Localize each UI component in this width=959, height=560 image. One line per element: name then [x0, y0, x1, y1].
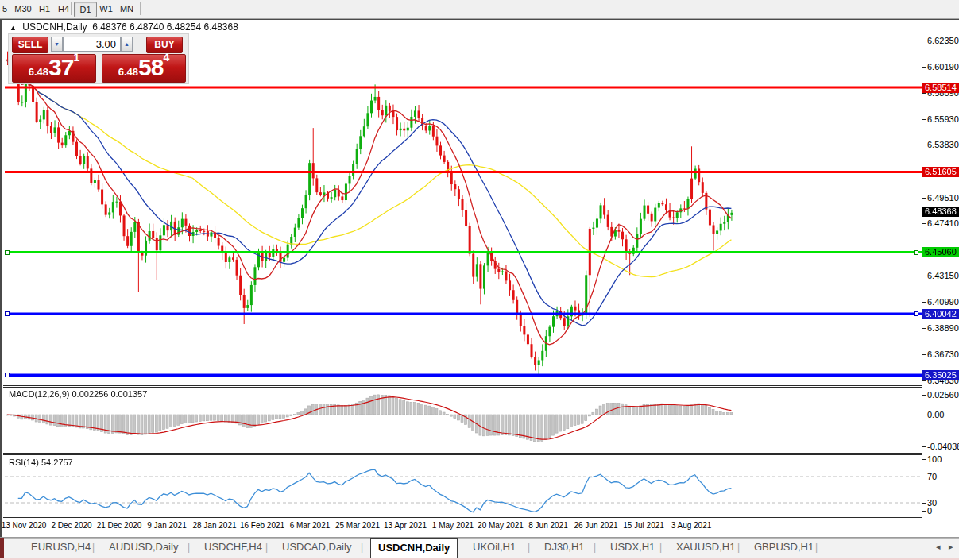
macd-tick-dash — [922, 395, 926, 396]
price-tick-label: 6.43150 — [927, 271, 959, 280]
price-tick-label: 6.40990 — [927, 297, 959, 307]
sell-price-sup: 1 — [73, 51, 79, 64]
price-badge-6.45060: 6.45060 — [922, 247, 959, 257]
toolbar-separator — [140, 2, 141, 15]
one-click-trade-panel: SELL ▼ ▲ BUY 6.48371 6.48584 — [8, 33, 189, 84]
price-tick-label: 6.38890 — [927, 323, 959, 333]
date-label: 6 Mar 2021 — [290, 521, 331, 530]
price-tick-dash — [922, 380, 926, 381]
macd-label: MACD(12,26,9) 0.002256 0.001357 — [9, 389, 147, 399]
date-label: 26 Jun 2021 — [574, 521, 617, 530]
buy-price-big: 58 — [138, 54, 163, 80]
pane-separator — [3, 454, 922, 455]
price-tick-label: 6.55930 — [927, 114, 959, 124]
date-label: 16 Feb 2021 — [240, 521, 284, 530]
chart-title: ▲ USDCNH,Daily 6.48376 6.48740 6.48254 6… — [10, 21, 238, 33]
price-tick-label: 6.49510 — [927, 193, 959, 203]
tab-ukoil-h1[interactable]: UKOil,H1 — [466, 538, 523, 557]
price-tick-label: 6.60190 — [927, 62, 959, 71]
price-tick-label: 6.62350 — [927, 36, 959, 45]
tab-usdchf-h4[interactable]: USDCHF,H4 — [197, 538, 269, 557]
date-label: 8 Jun 2021 — [528, 521, 568, 530]
price-badge-6.40042: 6.40042 — [922, 309, 959, 319]
volume-input[interactable] — [63, 37, 121, 52]
macd-value-main: 0.002256 — [72, 389, 108, 399]
date-label: 28 Jan 2021 — [192, 521, 236, 530]
timeframe-button-d1[interactable]: D1 — [74, 2, 97, 17]
timeframe-button-m30[interactable]: M30 — [11, 2, 35, 16]
tab-dj30-h1[interactable]: DJ30,H1 — [537, 538, 592, 557]
price-badge-6.48368: 6.48368 — [922, 207, 959, 217]
tab-separator: | — [815, 538, 818, 557]
tab-scroll-right-icon[interactable]: ▸ — [949, 542, 953, 552]
price-badge-6.58514: 6.58514 — [922, 83, 959, 93]
hline-handle[interactable] — [914, 250, 918, 255]
price-tick-dash — [922, 198, 926, 199]
date-label: 3 Aug 2021 — [671, 521, 712, 530]
tab-separator: | — [528, 538, 530, 557]
date-label: 1 May 2021 — [432, 521, 474, 530]
tab-xauusd-h1[interactable]: XAUUSD,H1 — [669, 538, 742, 557]
timeframe-button-mn[interactable]: MN — [116, 2, 137, 16]
price-tick-dash — [922, 223, 926, 224]
timeframe-button-h1[interactable]: H1 — [35, 2, 54, 16]
date-label: 25 Mar 2021 — [335, 521, 380, 530]
tab-usdcnh-daily[interactable]: USDCNH,Daily — [370, 538, 458, 558]
price-badge-6.51605: 6.51605 — [922, 167, 959, 177]
hline-handle[interactable] — [5, 250, 10, 255]
price-tick-dash — [922, 145, 926, 145]
rsi-tick-dash — [922, 503, 926, 504]
price-tick-label: 6.36730 — [927, 350, 959, 359]
tab-usdx-h1[interactable]: USDX,H1 — [603, 538, 662, 557]
rsi-tick-dash — [922, 459, 926, 460]
price-tick-dash — [922, 328, 926, 329]
price-tick-label: 6.53830 — [927, 140, 959, 149]
volume-increase-button[interactable]: ▲ — [121, 37, 133, 52]
trading-platform-screen: ▲ USDCNH,Daily 6.48376 6.48740 6.48254 6… — [0, 0, 959, 560]
tab-gbpusd-h1[interactable]: GBPUSD,H1 — [747, 538, 821, 557]
date-label: 2 Dec 2020 — [51, 521, 91, 530]
sell-button[interactable]: SELL — [12, 37, 48, 53]
timeframe-button-5[interactable]: 5 — [1, 2, 9, 16]
rsi-tick-dash — [922, 511, 926, 512]
tab-separator: | — [92, 538, 95, 557]
tab-scroll-left-icon[interactable]: ◂ — [936, 542, 941, 552]
rsi-chart-canvas[interactable] — [5, 455, 922, 516]
date-label: 20 May 2021 — [478, 521, 524, 530]
rsi-tick-label: 100 — [927, 454, 942, 464]
hline-handle[interactable] — [5, 373, 10, 377]
tab-separator: | — [188, 538, 190, 557]
sell-price-prefix: 6.48 — [29, 66, 48, 78]
timeframe-toolbar — [0, 0, 959, 19]
tab-usdcad-daily[interactable]: USDCAD,Daily — [275, 538, 358, 557]
chart-high: 6.48740 — [130, 21, 164, 33]
price-tick-dash — [922, 67, 926, 68]
rsi-value: 54.2757 — [41, 458, 73, 467]
hline-handle[interactable] — [5, 311, 10, 316]
toolbar-separator — [71, 2, 72, 15]
chart-symbol: USDCNH,Daily — [22, 21, 87, 33]
rsi-tick-label: 70 — [927, 472, 937, 481]
chart-open: 6.48376 — [92, 21, 126, 33]
timeframe-button-w1[interactable]: W1 — [96, 2, 116, 16]
pane-separator[interactable] — [3, 453, 922, 454]
volume-decrease-button[interactable]: ▼ — [51, 37, 63, 52]
sell-price-button[interactable]: 6.48371 — [12, 54, 96, 83]
rsi-label: RSI(14) 54.2757 — [9, 458, 73, 467]
rsi-tick-label: 0 — [927, 506, 932, 516]
price-tick-label: 6.47410 — [927, 218, 959, 228]
macd-tick-label: -0.04038 — [927, 442, 959, 451]
pane-separator — [3, 387, 922, 388]
pane-separator[interactable] — [3, 385, 922, 386]
price-axis-line — [922, 20, 922, 518]
buy-price-sup: 4 — [163, 51, 169, 64]
tab-separator: | — [594, 538, 596, 557]
tab-audusd-daily[interactable]: AUDUSD,Daily — [102, 538, 185, 557]
date-label: 9 Jan 2021 — [147, 521, 187, 530]
buy-price-button[interactable]: 6.48584 — [102, 54, 186, 83]
macd-value-signal: 0.001357 — [110, 389, 147, 399]
tab-eurusd-h4[interactable]: EURUSD,H4 — [24, 538, 98, 557]
chart-collapse-icon[interactable]: ▲ — [10, 24, 17, 32]
hline-handle[interactable] — [914, 311, 918, 316]
date-label: 13 Apr 2021 — [384, 521, 427, 530]
